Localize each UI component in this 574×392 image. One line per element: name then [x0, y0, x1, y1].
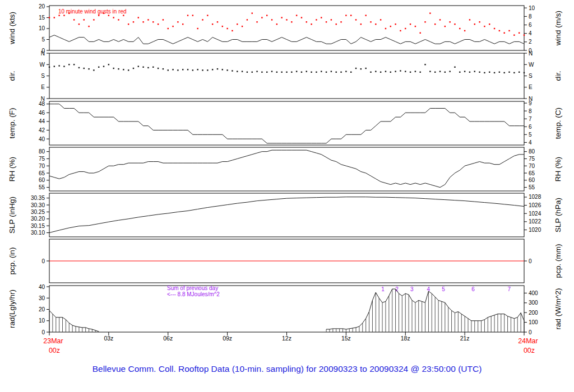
wind-gusts-dot	[326, 21, 327, 22]
right-tick-label: 60	[529, 177, 535, 183]
right-tick-label: 8	[529, 13, 532, 20]
wind-gusts-dot	[247, 19, 248, 20]
wind-gusts-dot	[138, 17, 139, 18]
x-label: 12z	[282, 335, 291, 342]
wind-gusts-dot	[118, 19, 119, 20]
x-label-hour: 00z	[49, 347, 60, 354]
wind-gusts-dot	[513, 34, 515, 35]
right-tick-label: 0	[529, 258, 532, 264]
wind-gusts-dot	[420, 32, 421, 34]
wind-gusts-dot	[494, 28, 495, 29]
wind-gusts-dot	[459, 28, 460, 29]
wind-gusts-dot	[68, 12, 70, 13]
wind-gusts-dot	[58, 15, 59, 16]
left-tick-label: N	[41, 50, 45, 57]
wind-direction-dot	[360, 68, 362, 69]
left-tick-label: E	[41, 84, 45, 90]
annotation-purple: <--- 8.8 MJoules/m^2	[167, 291, 220, 297]
wind-direction-dot	[474, 71, 475, 72]
wind-direction-dot	[202, 69, 203, 71]
sea-level-pressure-line	[49, 197, 524, 233]
left-tick-label: 5	[41, 36, 45, 43]
wind-direction-dot	[326, 72, 327, 73]
wind-direction-dot	[370, 72, 371, 73]
wind-direction-dot	[519, 72, 520, 73]
left-tick-label: W	[40, 62, 45, 68]
wind-direction-dot	[177, 69, 178, 71]
wind-gusts-dot	[424, 21, 425, 22]
left-tick-label: 30.30	[31, 202, 45, 208]
wind-direction-dot	[499, 72, 500, 73]
wind-gusts-series	[49, 12, 525, 35]
wind-gusts-dot	[123, 15, 124, 16]
wind-direction-dot	[93, 69, 94, 71]
left-tick-label: 48	[39, 101, 45, 107]
wind-direction-dot	[301, 72, 302, 73]
wind-direction-dot	[192, 69, 193, 71]
wind-direction-dot	[524, 72, 525, 73]
wind-gusts-dot	[222, 26, 223, 27]
wind-gusts-dot	[395, 24, 396, 25]
wind-direction-dot	[449, 71, 450, 72]
wind-direction-dot	[321, 71, 322, 72]
radiation-morning-series	[49, 311, 99, 332]
left-tick-label: 0	[41, 329, 45, 335]
wind-direction-dot	[434, 72, 436, 73]
left-tick-label: 55	[39, 184, 45, 190]
wind-gusts-dot	[217, 21, 218, 22]
wind-direction-dot	[49, 67, 50, 68]
wind-direction-dot	[420, 72, 421, 73]
wind-gusts-dot	[316, 19, 317, 20]
wind-gusts-dot	[182, 24, 183, 25]
wind-gusts-dot	[54, 17, 55, 18]
wind-direction-dot	[217, 68, 218, 69]
right-tick-label: 100	[529, 319, 538, 325]
wind-direction-dot	[306, 71, 307, 72]
left-tick-label: 20	[39, 306, 45, 312]
right-axis-title: RH (%)	[554, 157, 562, 181]
wind-gusts-dot	[331, 19, 332, 20]
wind-direction-dot	[103, 66, 104, 67]
wind-direction-dot	[311, 72, 312, 73]
wind-gusts-dot	[49, 17, 50, 18]
panel-rh: 556065707580556065707580RH (%)RH (%)	[8, 147, 562, 191]
wind-direction-dot	[415, 71, 416, 72]
wind-speed-series	[49, 35, 524, 44]
wind-direction-dot	[84, 68, 85, 69]
right-tick-label: 65	[529, 170, 535, 176]
wind-direction-dot	[445, 72, 446, 73]
wind-gusts-dot	[311, 24, 312, 25]
wind-direction-dot	[138, 66, 139, 67]
wind-direction-dot	[345, 71, 346, 72]
right-axis-title: rad (W/m^2)	[554, 288, 562, 330]
wind-gusts-dot	[321, 17, 322, 18]
wind-direction-dot	[513, 72, 515, 73]
wind-direction-dot	[365, 68, 366, 69]
wind-gusts-dot	[88, 26, 89, 27]
right-tick-label: 6	[529, 22, 532, 28]
left-tick-label: 70	[39, 163, 45, 169]
wind-direction-dot	[182, 69, 183, 70]
x-label: 15z	[341, 335, 351, 342]
wind-direction-dot	[187, 69, 188, 70]
meteogram-chart: Bellevue Comm. Coll. Rooftop Data (10-mi…	[0, 0, 574, 392]
wind-gusts-dot	[306, 21, 307, 22]
left-tick-label: 42	[39, 127, 45, 133]
wind-gusts-dot	[177, 21, 178, 22]
wind-gusts-dot	[434, 24, 436, 25]
right-tick-label: 9	[529, 100, 532, 106]
panel-wind: 051015200246810wind (kts)wind (m/s)10 mi…	[8, 3, 562, 53]
wind-gusts-dot	[142, 21, 144, 22]
wind-direction-dot	[168, 69, 169, 71]
wind-gusts-dot	[281, 17, 282, 18]
wind-direction-dot	[207, 69, 208, 71]
left-tick-label: 10	[39, 25, 45, 31]
wind-direction-dot	[163, 68, 164, 69]
wind-gusts-dot	[499, 30, 500, 31]
wind-gusts-dot	[469, 19, 470, 20]
wind-gusts-dot	[484, 26, 485, 27]
wind-direction-dot	[247, 72, 248, 73]
wind-direction-dot	[385, 71, 386, 72]
wind-direction-dot	[286, 72, 287, 73]
wind-direction-dot	[222, 69, 223, 70]
